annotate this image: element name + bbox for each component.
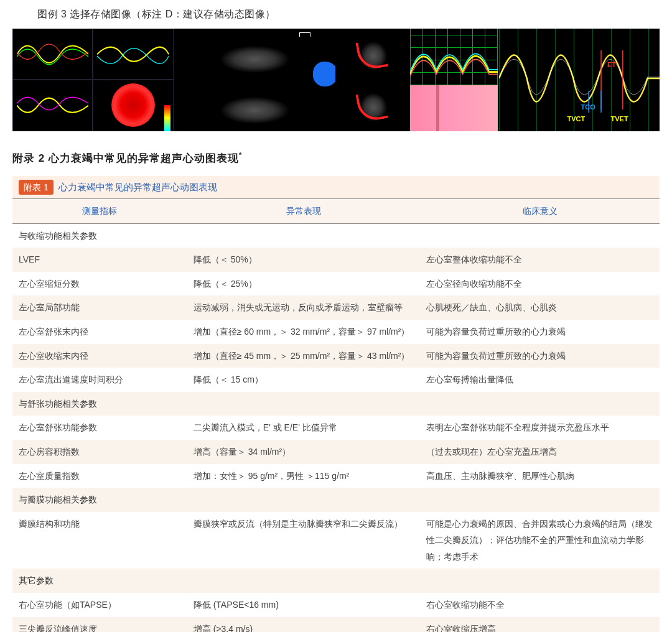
gradient-bar-icon [164,105,170,131]
th-clinical: 临床意义 [420,199,660,223]
appendix-title: 附录 2 心力衰竭中常见的异常超声心动图表现* [12,150,660,167]
cell-col3: 高血压、主动脉瓣狭窄、肥厚性心肌病 [420,464,660,488]
cell-col3: 左心室每搏输出量降低 [420,368,660,392]
cell-col3: 心肌梗死／缺血、心肌病、心肌炎 [420,295,660,320]
table-row: 瓣膜结构和功能瓣膜狭窄或反流（特别是主动脉瓣狭窄和二尖瓣反流）可能是心力衰竭的原… [12,512,660,569]
cell-col2: 增加（直径≥ 60 mm，＞ 32 mm/m²，容量＞ 97 ml/m²） [187,320,420,344]
figure-caption: 图例 3 选择存储图像（标注 D：建议存储动态图像） [37,6,660,22]
cell-col2: 降低 (TAPSE<16 mm) [187,593,420,617]
cell-col1: 左心室舒张功能参数 [12,416,187,440]
cell-col3: （过去或现在）左心室充盈压增高 [420,440,660,464]
cell-col1: 右心室功能（如TAPSE） [12,593,187,617]
cell-col2: 增加（直径≥ 45 mm，＞ 25 mm/m²，容量＞ 43 ml/m²） [187,344,420,368]
appendix-sup: * [239,151,242,159]
bullseye-icon [111,83,155,127]
table-header-row: 测量指标 异常表现 临床意义 [12,199,660,223]
table-section-row: 与瓣膜功能相关参数 [12,488,660,512]
cell-col2: 降低（＜ 25%） [187,272,420,296]
section-label: 与瓣膜功能相关参数 [12,488,660,512]
appendix-title-text: 附录 2 心力衰竭中常见的异常超声心动图表现 [12,152,239,164]
cell-col2: 二尖瓣流入模式，E' 或 E/E' 比值异常 [187,416,420,440]
table-row: 左心室收缩末内径增加（直径≥ 45 mm，＞ 25 mm/m²，容量＞ 43 m… [12,344,660,368]
table-row: 三尖瓣反流峰值速度增高 (>3.4 m/s)右心室收缩压增高 [12,617,660,632]
cell-col3: 左心室径向收缩功能不全 [420,272,660,296]
table-row: 左心室缩短分数降低（＜ 25%）左心室径向收缩功能不全 [12,272,660,296]
table-row: 左心室局部功能运动减弱，消失或无运动，反向或矛盾运动，室壁瘤等心肌梗死／缺血、心… [12,295,660,320]
table-title-bar: 附表 1 心力衰竭中常见的异常超声心动图表现 [12,176,660,198]
th-metric: 测量指标 [12,199,187,223]
cell-col1: LVEF [12,248,187,272]
cell-col3: 可能为容量负荷过重所致的心力衰竭 [420,344,660,368]
cell-col1: 左心室收缩末内径 [12,344,187,368]
tvct-label: TVCT [567,114,586,125]
section-label: 与舒张功能相关参数 [12,392,660,416]
figure-panels: D [12,29,660,131]
panel-tdi: ET TCO TVCT TVET [499,29,660,131]
panel-strain-map [337,29,498,131]
cell-col2: 运动减弱，消失或无运动，反向或矛盾运动，室壁瘤等 [187,295,420,320]
main-table: 测量指标 异常表现 临床意义 与收缩功能相关参数LVEF降低（＜ 50%）左心室… [12,198,660,632]
table-row: 左心室舒张功能参数二尖瓣流入模式，E' 或 E/E' 比值异常表明左心室舒张功能… [12,416,660,440]
cell-col2: 增加：女性＞ 95 g/m²，男性 ＞115 g/m² [187,464,420,488]
section-label: 与收缩功能相关参数 [12,223,660,248]
panel-echo-3d: D [175,29,336,131]
cell-col3: 右心室收缩压增高 [420,617,660,632]
table-section-row: 其它参数 [12,569,660,593]
cell-col1: 瓣膜结构和功能 [12,512,187,569]
cell-col1: 左心室舒张末内径 [12,320,187,344]
cell-col1: 左心室缩短分数 [12,272,187,296]
cell-col3: 可能是心力衰竭的原因、合并因素或心力衰竭的结局（继发性二尖瓣反流）；评估功能不全… [420,512,660,569]
th-abnormal: 异常表现 [187,199,420,223]
cell-col1: 左心房容积指数 [12,440,187,464]
cell-col2: 瓣膜狭窄或反流（特别是主动脉瓣狭窄和二尖瓣反流） [187,512,420,569]
tco-label: TCO [581,102,595,113]
table-row: LVEF降低（＜ 50%）左心室整体收缩功能不全 [12,248,660,272]
table-row: 左心室质量指数增加：女性＞ 95 g/m²，男性 ＞115 g/m²高血压、主动… [12,464,660,488]
cell-col3: 右心室收缩功能不全 [420,593,660,617]
cell-col3: 左心室整体收缩功能不全 [420,248,660,272]
table-badge: 附表 1 [19,180,54,195]
table-title: 心力衰竭中常见的异常超声心动图表现 [58,180,217,195]
et-label: ET [607,60,616,71]
cell-col3: 可能为容量负荷过重所致的心力衰竭 [420,320,660,344]
cell-col2: 降低（＜ 50%） [187,248,420,272]
table-row: 左心房容积指数增高（容量＞ 34 ml/m²）（过去或现在）左心室充盈压增高 [12,440,660,464]
tvet-label: TVET [611,114,628,125]
table-row: 左心室流出道速度时间积分降低（＜ 15 cm）左心室每搏输出量降低 [12,368,660,392]
cell-col1: 左心室局部功能 [12,295,187,320]
cell-col3: 表明左心室舒张功能不全程度并提示充盈压水平 [420,416,660,440]
cell-col1: 左心室流出道速度时间积分 [12,368,187,392]
cell-col2: 增高（容量＞ 34 ml/m²） [187,440,420,464]
table-section-row: 与舒张功能相关参数 [12,392,660,416]
panel-strain [12,29,174,131]
cell-col2: 增高 (>3.4 m/s) [187,617,420,632]
section-label: 其它参数 [12,569,660,593]
cell-col2: 降低（＜ 15 cm） [187,368,420,392]
table-row: 左心室舒张末内径增加（直径≥ 60 mm，＞ 32 mm/m²，容量＞ 97 m… [12,320,660,344]
table-row: 右心室功能（如TAPSE）降低 (TAPSE<16 mm)右心室收缩功能不全 [12,593,660,617]
table-section-row: 与收缩功能相关参数 [12,223,660,248]
cell-col1: 三尖瓣反流峰值速度 [12,617,187,632]
cell-col1: 左心室质量指数 [12,464,187,488]
